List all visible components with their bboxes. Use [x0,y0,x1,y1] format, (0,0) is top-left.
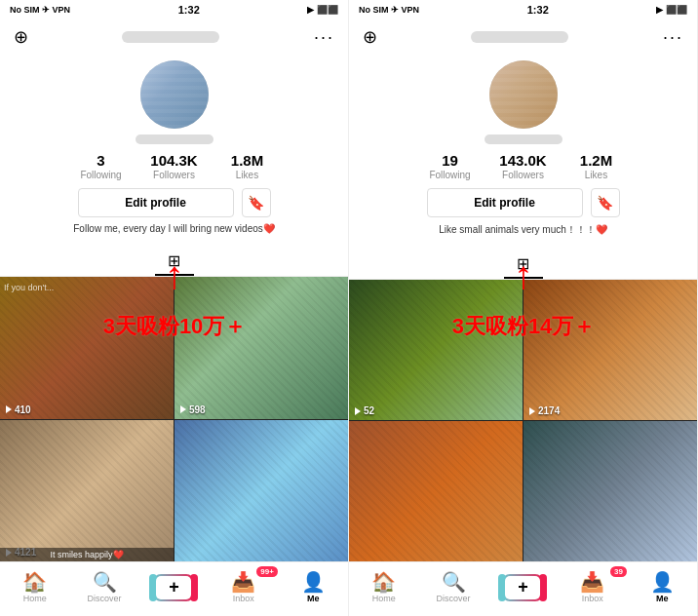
bottom-nav-left: 🏠 Home 🔍 Discover + 📥 99+ Inbox 👤 Me [0,561,348,616]
more-options-right[interactable]: ··· [663,27,683,48]
avatar-right [489,60,558,129]
tab-bar-left: ⊞ [0,246,348,277]
nav-home-right[interactable]: 🏠 Home [360,572,408,603]
avatar-left [140,60,209,129]
bio-left: Follow me, every day I will bring new vi… [54,223,294,234]
me-icon-left: 👤 [301,572,326,592]
username-display-left [136,135,213,144]
video-thumb-1[interactable]: 410 If you don't... [0,277,174,419]
following-stat-right: 19 Following [423,152,477,180]
video-caption-3: It smiles happily❤️ [0,548,174,561]
top-bar-left: ⊕ ··· [0,19,348,55]
edit-profile-button-left[interactable]: Edit profile [78,188,234,217]
action-row-left: Edit profile 🔖 [0,188,348,217]
tab-bar-right: ⊞ [349,249,697,280]
video-thumb-5[interactable]: 52 [349,280,523,420]
followers-stat-right: 143.0K Followers [496,152,550,180]
followers-stat-left: 104.3K Followers [147,152,201,180]
home-icon-right: 🏠 [371,572,396,592]
top-bar-right: ⊕ ··· [349,19,697,55]
sim-text-right: No SIM ✈ VPN [359,5,419,15]
me-label-right: Me [656,594,669,603]
bottom-nav-right: 🏠 Home 🔍 Discover + 📥 39 Inbox 👤 Me [349,561,697,616]
profile-section-right: 19 Following 143.0K Followers 1.2M Likes… [349,55,697,249]
inbox-badge-right: 39 [610,566,627,577]
discover-icon-left: 🔍 [93,572,117,592]
play-count-1: 410 [6,404,31,415]
profile-section-left: 3 Following 104.3K Followers 1.8M Likes … [0,55,348,246]
nav-inbox-left[interactable]: 📥 99+ Inbox [219,572,268,603]
add-user-icon-left[interactable]: ⊕ [14,26,28,48]
play-count-5: 52 [355,405,374,416]
play-count-6: 2174 [529,405,560,416]
video-thumb-7[interactable] [349,421,523,561]
stats-row-left: 3 Following 104.3K Followers 1.8M Likes [74,152,274,180]
inbox-icon-right: 📥 [580,572,604,592]
video-thumb-6[interactable]: 2174 [524,280,697,420]
nav-discover-left[interactable]: 🔍 Discover [80,572,129,603]
discover-label-left: Discover [88,594,122,603]
status-bar-right: No SIM ✈ VPN 1:32 ▶ ⬛⬛ [349,0,697,19]
username-display-right [485,135,562,144]
time-left: 1:32 [178,4,200,16]
inbox-icon-left: 📥 [231,572,255,592]
more-options-left[interactable]: ··· [314,27,334,48]
time-right: 1:32 [527,4,549,16]
home-label-left: Home [23,594,47,603]
grid-tab-icon-left[interactable]: ⊞ [168,251,180,270]
left-screen: No SIM ✈ VPN 1:32 ▶ ⬛⬛ ⊕ ··· [0,0,349,616]
video-overlay-text-1: If you don't... [4,283,54,292]
video-thumb-3[interactable]: 4121 It smiles happily❤️ [0,420,174,562]
add-user-icon-right[interactable]: ⊕ [363,26,377,48]
nav-create-right[interactable]: + [498,574,547,601]
home-icon-left: 🏠 [22,572,47,592]
discover-icon-right: 🔍 [442,572,466,592]
likes-stat-left: 1.8M Likes [220,152,274,180]
grid-tab-icon-right[interactable]: ⊞ [517,254,529,273]
following-stat-left: 3 Following [74,152,128,180]
inbox-badge-left: 99+ [256,566,278,577]
sim-text: No SIM ✈ VPN [10,5,70,15]
username-bar-right [377,31,663,43]
battery-left: ▶ ⬛⬛ [307,5,338,15]
stats-row-right: 19 Following 143.0K Followers 1.2M Likes [423,152,623,180]
bookmark-button-right[interactable]: 🔖 [591,188,620,217]
status-bar-left: No SIM ✈ VPN 1:32 ▶ ⬛⬛ [0,0,348,19]
plus-icon-right: + [505,576,540,599]
plus-icon-left: + [156,576,191,599]
home-label-right: Home [372,594,396,603]
inbox-label-left: Inbox [233,594,254,603]
edit-profile-button-right[interactable]: Edit profile [427,188,583,217]
video-thumb-4[interactable] [174,420,348,562]
me-icon-right: 👤 [650,572,675,592]
nav-me-right[interactable]: 👤 Me [638,572,686,603]
right-screen: No SIM ✈ VPN 1:32 ▶ ⬛⬛ ⊕ ··· [349,0,698,616]
inbox-label-right: Inbox [582,594,603,603]
video-grid-left: 410 If you don't... 598 4121 It smiles h… [0,277,348,561]
action-row-right: Edit profile 🔖 [349,188,697,217]
me-label-left: Me [307,594,320,603]
nav-home-left[interactable]: 🏠 Home [11,572,59,603]
nav-me-left[interactable]: 👤 Me [289,572,337,603]
likes-stat-right: 1.2M Likes [569,152,623,180]
discover-label-right: Discover [437,594,471,603]
bio-right: Like small animals very much！！！❤️ [419,223,627,237]
battery-right: ▶ ⬛⬛ [656,5,687,15]
username-bar-left [28,31,314,43]
video-thumb-8[interactable] [524,421,697,561]
video-thumb-2[interactable]: 598 [174,277,348,419]
nav-discover-right[interactable]: 🔍 Discover [429,572,478,603]
play-count-2: 598 [180,404,206,415]
nav-inbox-right[interactable]: 📥 39 Inbox [568,572,617,603]
nav-create-left[interactable]: + [149,574,198,601]
bookmark-button-left[interactable]: 🔖 [242,188,271,217]
video-grid-right: 52 2174 [349,280,697,561]
